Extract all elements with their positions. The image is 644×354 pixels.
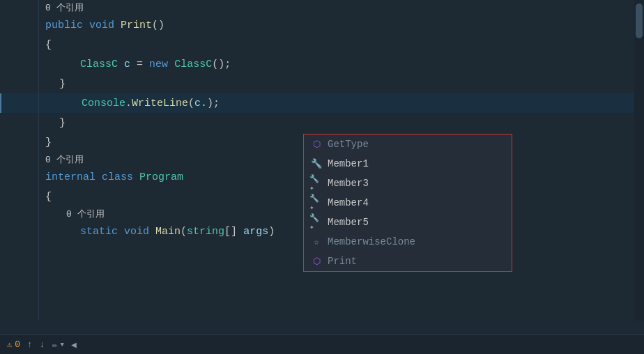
console-class: Console bbox=[82, 98, 125, 109]
autocomplete-label-memberwise: MemberwiseClone bbox=[328, 236, 415, 247]
autocomplete-label-member4: Member4 bbox=[328, 197, 369, 208]
keyword-static: static bbox=[80, 226, 118, 238]
status-warning: ⚠ 0 bbox=[7, 339, 20, 350]
code-body-1: public void Print () bbox=[38, 20, 644, 31]
autocomplete-dropdown[interactable]: ⬡ GetType 🔧 Member1 🔧✦ Member3 🔧✦ Member… bbox=[303, 134, 512, 272]
brace-close-2: } bbox=[59, 117, 66, 129]
status-up-arrow[interactable]: ↑ bbox=[27, 339, 33, 350]
keyword-internal: internal bbox=[45, 171, 95, 183]
scrollbar-track[interactable] bbox=[634, 0, 644, 321]
autocomplete-item-member5[interactable]: 🔧✦ Member5 bbox=[304, 213, 512, 232]
status-pencil[interactable]: ✏ ▼ bbox=[52, 339, 64, 351]
warning-count: 0 bbox=[15, 339, 20, 350]
wrench-icon-member1: 🔧 bbox=[309, 158, 323, 169]
editor-area: 0 个引用 public void Print () { ClassC c = … bbox=[0, 0, 644, 321]
keyword-class: class bbox=[102, 171, 133, 183]
method-main: Main bbox=[155, 226, 181, 238]
dot-2: .); bbox=[201, 98, 220, 109]
autocomplete-label-member1: Member1 bbox=[328, 158, 369, 169]
keyword-void2: void bbox=[124, 226, 149, 238]
brace-open-2: { bbox=[45, 191, 52, 203]
wrench-star-icon-member3: 🔧✦ bbox=[309, 174, 323, 192]
autocomplete-item-member4[interactable]: 🔧✦ Member4 bbox=[304, 193, 512, 213]
type-classc: ClassC bbox=[80, 59, 118, 70]
writeline-method: WriteLine bbox=[132, 98, 188, 109]
pencil-dropdown-icon: ▼ bbox=[61, 341, 64, 348]
status-bar: ⚠ 0 ↑ ↓ ✏ ▼ ◀ bbox=[0, 334, 644, 354]
brace-open-1: { bbox=[45, 39, 52, 51]
dot-1: . bbox=[125, 98, 132, 109]
code-body-5: Console . WriteLine ( c .); bbox=[40, 98, 644, 109]
down-arrow-icon: ↓ bbox=[40, 339, 45, 350]
paren-2: ( bbox=[188, 98, 194, 109]
ref-count-1: 0 个引用 bbox=[45, 1, 84, 14]
autocomplete-item-gettype[interactable]: ⬡ GetType bbox=[304, 134, 512, 154]
var-c: c bbox=[124, 59, 130, 70]
triangle-icon: ◀ bbox=[71, 339, 77, 351]
cube-icon-print: ⬡ bbox=[309, 256, 323, 267]
method-print: Print bbox=[121, 20, 152, 31]
code-line-2: { bbox=[0, 35, 644, 54]
assign-1: = bbox=[137, 59, 143, 70]
autocomplete-item-member3[interactable]: 🔧✦ Member3 bbox=[304, 174, 512, 193]
autocomplete-item-print[interactable]: ⬡ Print bbox=[304, 252, 512, 271]
paren-1: (); bbox=[212, 59, 231, 70]
star-icon-memberwise: ☆ bbox=[309, 236, 323, 247]
autocomplete-label-member5: Member5 bbox=[328, 217, 369, 228]
code-line-4: } bbox=[0, 74, 644, 93]
autocomplete-label-print: Print bbox=[328, 256, 357, 267]
autocomplete-item-memberwise[interactable]: ☆ MemberwiseClone bbox=[304, 232, 512, 252]
status-down-arrow[interactable]: ↓ bbox=[40, 339, 45, 350]
keyword-new: new bbox=[149, 59, 168, 70]
pencil-icon: ✏ bbox=[52, 339, 58, 351]
up-arrow-icon: ↑ bbox=[27, 339, 33, 350]
class-program: Program bbox=[139, 171, 183, 183]
autocomplete-item-member1[interactable]: 🔧 Member1 bbox=[304, 154, 512, 174]
punc-1: () bbox=[152, 20, 164, 31]
ref-count-2: 0 个引用 bbox=[45, 153, 84, 166]
new-classc: ClassC bbox=[174, 59, 212, 70]
code-line-5: Console . WriteLine ( c .); bbox=[0, 93, 644, 113]
bracket-1: [] bbox=[224, 226, 237, 238]
code-body-2: { bbox=[38, 39, 644, 51]
paren-close: ) bbox=[268, 226, 275, 238]
paren-3: ( bbox=[181, 226, 187, 238]
cube-icon-gettype: ⬡ bbox=[309, 139, 323, 150]
autocomplete-label-gettype: GetType bbox=[328, 139, 369, 150]
warning-icon: ⚠ bbox=[7, 339, 12, 350]
code-line-3: ClassC c = new ClassC (); bbox=[0, 54, 644, 74]
code-body-4: } bbox=[38, 78, 644, 90]
code-body-3: ClassC c = new ClassC (); bbox=[38, 59, 644, 70]
brace-close-1: } bbox=[59, 78, 66, 90]
code-body-6: } bbox=[38, 117, 644, 129]
keyword-public: public bbox=[45, 20, 83, 31]
code-line-6: } bbox=[0, 113, 644, 132]
brace-close-3: } bbox=[45, 137, 52, 148]
code-line-1: public void Print () bbox=[0, 15, 644, 35]
wrench-star-icon-member5: 🔧✦ bbox=[309, 213, 323, 231]
var-args: args bbox=[243, 226, 268, 238]
keyword-void: void bbox=[89, 20, 114, 31]
gutter-divider bbox=[38, 0, 39, 321]
var-c2: c bbox=[194, 98, 201, 109]
meta-line-1: 0 个引用 bbox=[0, 0, 644, 15]
ref-count-3: 0 个引用 bbox=[66, 208, 105, 220]
wrench-star-icon-member4: 🔧✦ bbox=[309, 194, 323, 212]
scrollbar-thumb[interactable] bbox=[636, 3, 643, 38]
status-triangle[interactable]: ◀ bbox=[71, 339, 77, 351]
autocomplete-label-member3: Member3 bbox=[328, 178, 369, 189]
type-string: string bbox=[187, 226, 224, 238]
